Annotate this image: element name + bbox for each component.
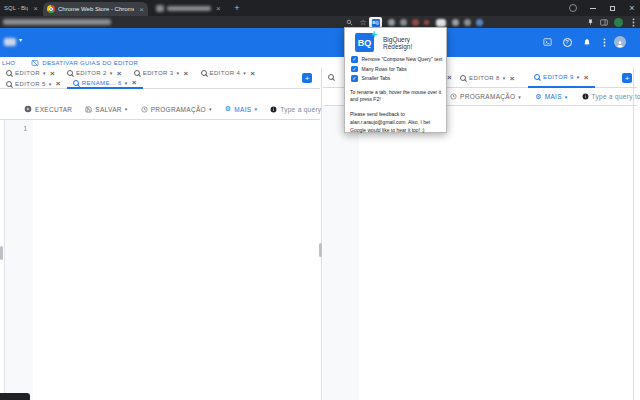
project-caret-icon[interactable]: ▾ [19, 36, 22, 43]
query-tab-icon [460, 75, 466, 81]
add-editor-tab-button[interactable]: + [622, 73, 632, 83]
editor-tab[interactable]: EDITOR 2 ▾ × [61, 68, 128, 78]
redacted-favicon [156, 5, 164, 12]
bigquery-redesign-popup: BQ + BigQuery Redesign! ✓ Remove "Compos… [344, 27, 447, 133]
option-remove-compose-text[interactable]: ✓ Remove "Compose New Query" text [351, 56, 441, 63]
checkbox-checked[interactable]: ✓ [351, 66, 358, 73]
tab-close-icon[interactable]: × [216, 4, 221, 13]
extension-icon-blurred[interactable] [400, 19, 407, 26]
app-logo-blurred[interactable] [4, 38, 16, 46]
tab-menu-caret-icon[interactable]: ▾ [243, 70, 246, 76]
checkbox-checked[interactable]: ✓ [351, 56, 358, 63]
profile-avatar[interactable] [613, 17, 624, 27]
extension-icon-blurred[interactable] [476, 19, 483, 26]
save-button[interactable]: SALVAR ▾ [85, 106, 127, 113]
editor-tab-active[interactable]: RENAME... 6 ▾ × [67, 78, 143, 89]
editor-action-row: LHO DESATIVAR GUIAS DO EDITOR [0, 57, 640, 68]
browser-toolbar [0, 16, 640, 28]
pane-divider [321, 68, 322, 400]
right-editor-gutter: 1 [323, 106, 359, 400]
tab-menu-caret-icon[interactable]: ▾ [49, 81, 52, 87]
tab-close-icon[interactable]: × [447, 73, 452, 82]
truncated-action-label[interactable]: LHO [2, 60, 15, 66]
save-caret-icon: ▾ [125, 106, 128, 112]
option-many-rows[interactable]: ✓ Many Rows for Tabs [351, 66, 441, 73]
query-tab-icon [328, 74, 334, 80]
explorer-drag-handle[interactable] [0, 246, 3, 260]
tab-menu-caret-icon[interactable]: ▾ [43, 70, 46, 76]
tab-close-icon[interactable]: × [183, 69, 188, 78]
schedule-caret-icon: ▾ [518, 94, 521, 100]
option-smaller-tabs[interactable]: ✓ Smaller Tabs [351, 75, 441, 82]
bq-extension-glyph: BQ [372, 19, 380, 27]
tab-close-icon[interactable]: × [250, 69, 255, 78]
pin-icon[interactable] [585, 17, 595, 27]
window-minimize-button[interactable] [586, 0, 600, 16]
tab-menu-caret-icon[interactable]: ▾ [125, 80, 128, 86]
schedule-button[interactable]: PROGRAMAÇÃO ▾ [141, 106, 212, 113]
appbar-kebab-icon[interactable] [599, 35, 609, 49]
extension-icon-blurred[interactable] [436, 19, 446, 27]
more-button[interactable]: ⚙ MAIS ▾ [535, 93, 567, 101]
tab-close-icon[interactable]: × [139, 5, 144, 14]
address-bar-redacted[interactable] [3, 19, 111, 25]
run-icon [24, 105, 32, 113]
tabs-off-icon [31, 59, 39, 67]
extension-icon-blurred[interactable] [464, 19, 471, 26]
query-tab-icon [6, 81, 12, 87]
schedule-button[interactable]: PROGRAMAÇÃO ▾ [450, 93, 521, 100]
run-query-button[interactable]: EXECUTAR [24, 105, 72, 113]
zoom-icon[interactable] [344, 17, 354, 27]
tab-close-icon[interactable]: × [584, 73, 589, 82]
browser-tab-title: Chrome Web Store - Chrome D... [58, 6, 134, 12]
browser-tab-redacted[interactable]: × [152, 0, 228, 16]
tab-close-icon[interactable]: × [56, 79, 61, 88]
notifications-bell-icon[interactable] [581, 35, 593, 49]
tab-menu-caret-icon[interactable]: ▾ [177, 70, 180, 76]
editor-tab[interactable]: EDITOR 3 ▾ × [128, 68, 195, 78]
editor-tab-active[interactable]: EDITOR 9 ▾ × [528, 68, 595, 88]
tab-menu-caret-icon[interactable]: ▾ [110, 70, 113, 76]
editor-tab[interactable]: EDITOR 4 ▾ × [195, 68, 262, 78]
extension-icon-blurred[interactable] [452, 19, 459, 26]
editor-tab[interactable]: EDITOR 8 ▾ × [454, 68, 521, 88]
tab-close-icon[interactable]: × [117, 69, 122, 78]
browser-tab-sql-bigquery[interactable]: SQL - BigQu... × [0, 0, 42, 16]
bq-logo: BQ + [355, 33, 374, 52]
tab-menu-caret-icon[interactable]: ▾ [577, 74, 580, 80]
editor-tab[interactable]: EDITOR 5 ▾ × [0, 78, 67, 89]
pane-drag-handle[interactable] [319, 243, 322, 257]
query-tab-icon [67, 70, 73, 76]
new-tab-button[interactable]: + [231, 2, 243, 14]
more-button[interactable]: ⚙ MAIS ▾ [225, 105, 257, 113]
disable-editor-tabs-button[interactable]: DESATIVAR GUIAS DO EDITOR [31, 59, 138, 67]
browser-profile-icon[interactable] [566, 0, 580, 16]
account-avatar[interactable] [612, 35, 628, 49]
extension-icon-blurred[interactable] [388, 19, 395, 26]
save-icon [85, 106, 92, 113]
query-tab-icon [201, 70, 207, 76]
query-tab-icon [6, 70, 12, 76]
window-close-button[interactable]: × [625, 0, 639, 16]
tab-close-icon[interactable]: × [132, 78, 137, 87]
kebab-menu-icon[interactable] [628, 17, 638, 27]
tab-menu-caret-icon[interactable]: ▾ [503, 75, 506, 81]
status-bubble [0, 393, 30, 400]
tab-close-icon[interactable]: × [510, 74, 515, 83]
side-panel-icon[interactable] [599, 17, 609, 27]
more-caret-icon: ▾ [565, 94, 568, 100]
cloud-shell-icon[interactable] [541, 35, 553, 49]
tab-close-icon[interactable]: × [50, 69, 55, 78]
window-maximize-button[interactable] [605, 0, 619, 16]
add-editor-tab-button[interactable]: + [302, 73, 312, 83]
right-panel-divider [633, 68, 634, 400]
tab-close-icon[interactable]: × [33, 4, 38, 13]
extension-icon-blurred[interactable] [412, 19, 419, 26]
editor-tab[interactable]: EDITOR ▾ × [0, 68, 61, 78]
checkbox-checked[interactable]: ✓ [351, 75, 358, 82]
clock-icon [450, 93, 457, 100]
browser-tab-chrome-web-store[interactable]: Chrome Web Store - Chrome D... × [43, 2, 148, 16]
help-icon[interactable]: ? [561, 35, 573, 49]
extension-icon-blurred[interactable] [424, 20, 429, 25]
bookmark-star-icon[interactable]: ☆ [358, 17, 368, 27]
